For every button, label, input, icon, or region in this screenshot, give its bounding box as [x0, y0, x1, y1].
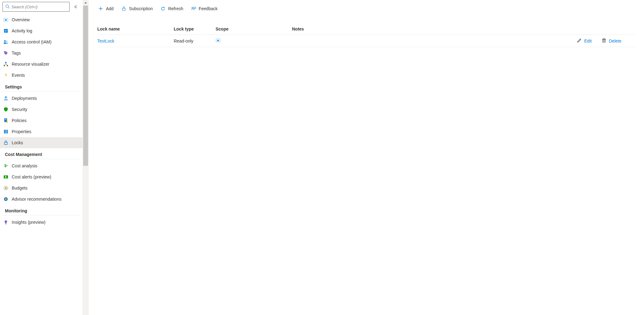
sidebar-item-label: Resource visualizer — [12, 62, 49, 67]
sidebar-item-events[interactable]: Events — [0, 70, 83, 81]
sidebar-item-label: Tags — [12, 51, 21, 55]
events-icon — [3, 72, 9, 78]
sidebar-item-policies[interactable]: Policies — [0, 115, 83, 126]
add-button[interactable]: Add — [97, 5, 114, 13]
insights-icon — [3, 219, 9, 225]
svg-text:$: $ — [4, 164, 6, 168]
svg-text:$: $ — [5, 186, 7, 190]
lock-name-link[interactable]: TestLock — [97, 39, 174, 43]
col-notes: Notes — [292, 27, 577, 31]
svg-rect-6 — [5, 31, 7, 31]
svg-point-10 — [5, 52, 5, 52]
svg-line-1 — [8, 7, 10, 8]
advisor-icon — [3, 196, 9, 202]
svg-rect-7 — [5, 32, 6, 32]
sidebar-item-insights[interactable]: Insights (preview) — [0, 217, 83, 228]
scope-cell — [216, 38, 292, 44]
edit-button[interactable]: Edit — [577, 38, 601, 44]
scroll-up-icon[interactable] — [83, 0, 89, 6]
tag-icon — [3, 50, 9, 56]
sidebar-item-properties[interactable]: Properties — [0, 126, 83, 137]
sidebar-item-label: Deployments — [12, 96, 37, 101]
toolbar-label: Feedback — [199, 6, 217, 11]
sidebar-item-label: Access control (IAM) — [12, 39, 51, 44]
svg-rect-41 — [217, 40, 219, 41]
sidebar-item-tags[interactable]: Tags — [0, 47, 83, 59]
sidebar-item-label: Policies — [12, 118, 26, 123]
svg-rect-24 — [7, 130, 8, 133]
scroll-thumb[interactable] — [83, 6, 88, 166]
delete-label: Delete — [609, 39, 621, 43]
sidebar: Overview Activity log Access control (IA… — [0, 0, 83, 315]
sidebar-item-locks[interactable]: Locks — [0, 137, 83, 148]
svg-line-16 — [6, 64, 7, 65]
sidebar-item-label: Cost alerts (preview) — [12, 174, 51, 179]
sidebar-scrollbar[interactable] — [83, 0, 89, 315]
svg-point-21 — [6, 121, 8, 123]
sidebar-item-cost-alerts[interactable]: $ Cost alerts (preview) — [0, 171, 83, 182]
feedback-button[interactable]: Feedback — [190, 5, 218, 13]
sidebar-item-resource-visualizer[interactable]: Resource visualizer — [0, 59, 83, 70]
svg-point-33 — [5, 220, 7, 223]
sidebar-item-cost-analysis[interactable]: $ Cost analysis — [0, 160, 83, 171]
sidebar-section-monitoring: Monitoring — [2, 206, 80, 215]
sidebar-item-budgets[interactable]: $ Budgets — [0, 182, 83, 194]
lock-icon — [121, 6, 127, 11]
sidebar-section-cost: Cost Management — [2, 149, 80, 159]
svg-text:$: $ — [5, 175, 6, 178]
refresh-button[interactable]: Refresh — [160, 5, 184, 13]
sidebar-item-activity-log[interactable]: Activity log — [0, 25, 83, 36]
cost-analysis-icon: $ — [3, 163, 9, 169]
trash-icon — [601, 38, 606, 44]
sidebar-item-label: Locks — [12, 140, 23, 145]
toolbar-label: Add — [106, 6, 114, 11]
main-content: Add Subscription Refresh Feedback — [89, 0, 644, 315]
svg-rect-12 — [4, 65, 5, 66]
collapse-sidebar-button[interactable] — [73, 3, 80, 10]
svg-point-39 — [192, 7, 193, 8]
subscription-button[interactable]: Subscription — [120, 5, 153, 13]
plus-icon — [98, 6, 103, 11]
security-icon — [3, 107, 9, 112]
properties-icon — [3, 129, 9, 134]
sidebar-item-label: Insights (preview) — [12, 220, 46, 225]
svg-rect-25 — [4, 142, 7, 145]
svg-rect-19 — [5, 119, 6, 119]
sidebar-item-advisor[interactable]: Advisor recommendations — [0, 194, 83, 205]
search-input[interactable] — [11, 5, 67, 9]
col-lock-type: Lock type — [174, 27, 216, 31]
sidebar-item-label: Overview — [12, 17, 30, 22]
sidebar-item-label: Security — [12, 107, 27, 112]
policies-icon — [3, 118, 9, 123]
toolbar: Add Subscription Refresh Feedback — [97, 2, 635, 15]
svg-rect-20 — [5, 120, 6, 120]
sidebar-item-label: Budgets — [12, 186, 27, 190]
svg-rect-13 — [7, 65, 8, 66]
budgets-icon: $ — [3, 185, 9, 191]
svg-rect-23 — [6, 130, 6, 133]
col-scope: Scope — [216, 27, 292, 31]
toolbar-label: Subscription — [129, 6, 153, 11]
deployments-icon — [3, 96, 9, 101]
sidebar-item-security[interactable]: Security — [0, 104, 83, 115]
svg-rect-5 — [5, 30, 7, 30]
feedback-icon — [191, 6, 196, 11]
sidebar-item-overview[interactable]: Overview — [0, 14, 83, 25]
svg-point-8 — [4, 40, 6, 42]
resource-visualizer-icon — [3, 61, 9, 67]
svg-point-32 — [5, 198, 7, 200]
lock-type-value: Read-only — [174, 39, 216, 43]
svg-rect-11 — [5, 62, 6, 63]
refresh-icon — [160, 6, 166, 11]
search-box[interactable] — [2, 2, 70, 12]
sidebar-item-deployments[interactable]: Deployments — [0, 93, 83, 104]
lock-icon — [3, 140, 9, 145]
delete-button[interactable]: Delete — [601, 38, 635, 44]
svg-rect-35 — [5, 224, 6, 224]
svg-rect-3 — [5, 19, 7, 21]
table-row: TestLock Read-only Edit — [97, 35, 635, 47]
sidebar-item-access-control[interactable]: Access control (IAM) — [0, 36, 83, 47]
svg-rect-34 — [6, 223, 6, 224]
svg-rect-42 — [603, 39, 605, 42]
cost-alerts-icon: $ — [3, 174, 9, 180]
